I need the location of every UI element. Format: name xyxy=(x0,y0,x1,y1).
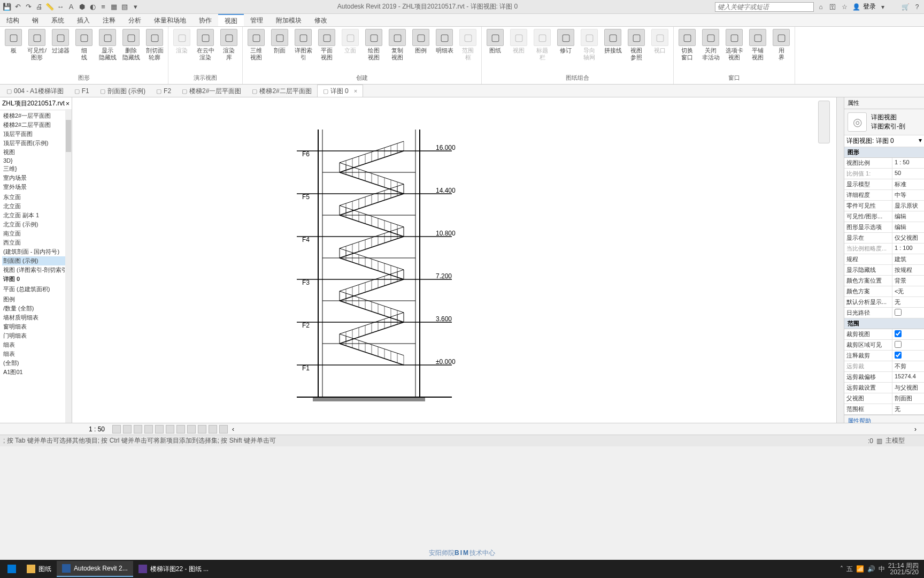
property-value[interactable]: 不剪 xyxy=(892,361,924,371)
property-row[interactable]: 显示在仅父视图 xyxy=(844,233,924,244)
ribbon-button[interactable]: ▢视图参照 xyxy=(625,28,648,73)
ribbon-button[interactable]: ▢在云中渲染 xyxy=(194,28,217,73)
ribbon-button[interactable]: ▢选项卡视图 xyxy=(723,28,745,73)
property-row[interactable]: 详细程度中等 xyxy=(844,190,924,201)
ribbon-button[interactable]: ▢修订 xyxy=(555,28,577,73)
ribbon-button[interactable]: ▢用界 xyxy=(770,28,792,73)
document-tab[interactable]: ▢楼梯2#一层平面图 xyxy=(176,85,247,97)
tab-modify[interactable]: 修改 xyxy=(308,14,334,26)
visual-style-icon[interactable] xyxy=(123,425,132,434)
document-tab[interactable]: ▢F2 xyxy=(151,85,176,97)
ribbon-button[interactable]: ▢图例 xyxy=(410,28,432,73)
property-value[interactable] xyxy=(892,351,924,361)
tab-annotate[interactable]: 注释 xyxy=(96,14,122,26)
ribbon-button[interactable]: ▢细线 xyxy=(73,28,95,73)
property-value[interactable]: 1 : 50 xyxy=(892,158,924,168)
ribbon-button[interactable]: ▢剖切面轮廓 xyxy=(143,28,166,73)
property-row[interactable]: 远剪裁偏移15274.4 xyxy=(844,372,924,383)
hide-icon[interactable] xyxy=(176,425,185,434)
tab-manage[interactable]: 管理 xyxy=(244,14,270,26)
browser-item[interactable]: 楼梯2#二层平面图 xyxy=(2,120,72,130)
start-button[interactable] xyxy=(2,561,21,577)
browser-scrollbar[interactable] xyxy=(65,109,72,423)
tab-insert[interactable]: 插入 xyxy=(71,14,96,26)
browser-item[interactable]: 南立面 xyxy=(2,229,72,238)
browser-item[interactable]: 窗明细表 xyxy=(2,322,72,331)
ribbon-button[interactable]: ▢关闭非活动 xyxy=(699,28,722,73)
property-value[interactable] xyxy=(892,329,924,339)
property-row[interactable]: 比例值 1:50 xyxy=(844,169,924,179)
property-checkbox[interactable] xyxy=(895,352,902,359)
browser-item[interactable]: 室内场景 xyxy=(2,173,72,182)
property-value[interactable]: 无 xyxy=(892,404,924,414)
tab-massing[interactable]: 体量和场地 xyxy=(148,14,192,26)
property-checkbox[interactable] xyxy=(895,309,902,316)
user-icon[interactable]: 👤 xyxy=(851,2,861,12)
filter-icon[interactable]: ▥ xyxy=(876,437,882,445)
property-row[interactable]: 父视图剖面图 xyxy=(844,393,924,404)
ribbon-button[interactable]: ▢拼接线 xyxy=(602,28,624,73)
save-icon[interactable]: 💾 xyxy=(2,2,12,12)
ribbon-button[interactable]: ▢三维视图 xyxy=(245,28,267,73)
browser-item[interactable]: 墙材质明细表 xyxy=(2,313,72,322)
browser-item[interactable]: 细表 xyxy=(2,340,72,349)
property-value[interactable]: 背景 xyxy=(892,276,924,286)
property-row[interactable]: 当比例粗略度...1 : 100 xyxy=(844,244,924,254)
property-value[interactable]: <无 xyxy=(892,286,924,296)
ribbon-button[interactable]: ▢删除隐藏线 xyxy=(120,28,142,73)
property-value[interactable]: 标准 xyxy=(892,179,924,189)
property-value[interactable]: 无 xyxy=(892,297,924,307)
ribbon-button[interactable]: ▢图纸 xyxy=(484,28,506,73)
left-arrow-icon[interactable]: ‹ xyxy=(232,425,234,433)
browser-item[interactable]: 平面 (总建筑面积) xyxy=(2,285,72,294)
browser-item[interactable]: 西立面 xyxy=(2,238,72,247)
browser-item[interactable]: 门明细表 xyxy=(2,331,72,340)
ribbon-button[interactable]: ▢显示隐藏线 xyxy=(96,28,119,73)
thin-lines-icon[interactable]: ≡ xyxy=(98,2,108,12)
properties-help[interactable]: 属性帮助 xyxy=(844,415,924,423)
property-row[interactable]: 图形显示选项编辑 xyxy=(844,222,924,233)
ribbon-button[interactable]: ▢切换窗口 xyxy=(676,28,698,73)
document-tab[interactable]: ▢004 - A1楼梯详图 xyxy=(1,85,69,97)
ribbon-button[interactable]: ▢板 xyxy=(2,28,25,73)
tray-lang-icon[interactable]: 中 xyxy=(879,565,885,574)
browser-item[interactable]: 北立面 (示例) xyxy=(2,220,72,229)
property-value[interactable]: 15274.4 xyxy=(892,372,924,382)
property-row[interactable]: 远剪裁设置与父视图 xyxy=(844,383,924,393)
properties-palette[interactable]: 属性 ◎ 详图视图 详图索引-剖 详图视图: 详图 0▾ 图形 视图比例1 : … xyxy=(844,97,924,423)
model-label[interactable]: 主模型 xyxy=(886,436,905,445)
close-icon[interactable]: × xyxy=(354,85,357,97)
browser-item[interactable]: /数量 (全部) xyxy=(2,304,72,313)
browser-item[interactable]: 图例 xyxy=(2,295,72,304)
text-icon[interactable]: A xyxy=(66,2,76,12)
property-value[interactable] xyxy=(892,340,924,350)
browser-item[interactable]: 三维} xyxy=(2,164,72,173)
property-value[interactable]: 显示原状 xyxy=(892,201,924,211)
system-tray[interactable]: ˄ 五 📶 🔊 中 21:14 周四 2021/5/20 xyxy=(840,562,922,575)
property-value[interactable]: 编辑 xyxy=(892,222,924,232)
property-row[interactable]: 可见性/图形...编辑 xyxy=(844,211,924,222)
tab-addins[interactable]: 附加模块 xyxy=(270,14,308,26)
measure-icon[interactable]: 📏 xyxy=(45,2,55,12)
property-row[interactable]: 零件可见性显示原状 xyxy=(844,201,924,211)
ribbon-button[interactable]: ▢渲染库 xyxy=(218,28,240,73)
property-value[interactable]: 与父视图 xyxy=(892,383,924,393)
browser-item[interactable]: 详图 0 xyxy=(2,275,72,284)
right-arrow-icon[interactable]: › xyxy=(914,425,917,433)
browser-item[interactable]: (建筑剖面 - 国内符号) xyxy=(2,247,72,256)
close-hidden-icon[interactable]: ▦ xyxy=(109,2,119,12)
browser-item[interactable]: 室外场景 xyxy=(2,182,72,192)
ribbon-button[interactable]: ▢剖面 xyxy=(268,28,291,73)
property-row[interactable]: 裁剪区域可见 xyxy=(844,340,924,351)
3d-icon[interactable]: ⬢ xyxy=(77,2,87,12)
document-tab[interactable]: ▢剖面图 (示例) xyxy=(95,85,151,97)
property-value[interactable]: 仅父视图 xyxy=(892,233,924,243)
property-value[interactable]: 1 : 100 xyxy=(892,244,924,254)
property-value[interactable] xyxy=(892,308,924,318)
property-row[interactable]: 注释裁剪 xyxy=(844,351,924,361)
ribbon-button[interactable]: ▢平面视图 xyxy=(315,28,338,73)
property-row[interactable]: 远剪裁不剪 xyxy=(844,361,924,372)
property-value[interactable]: 编辑 xyxy=(892,211,924,222)
project-browser[interactable]: ZHL项目20210517.rvt × 楼梯2#一层平面图楼梯2#二层平面图顶层… xyxy=(0,97,72,423)
taskbar-item[interactable]: 图纸 xyxy=(21,561,57,577)
